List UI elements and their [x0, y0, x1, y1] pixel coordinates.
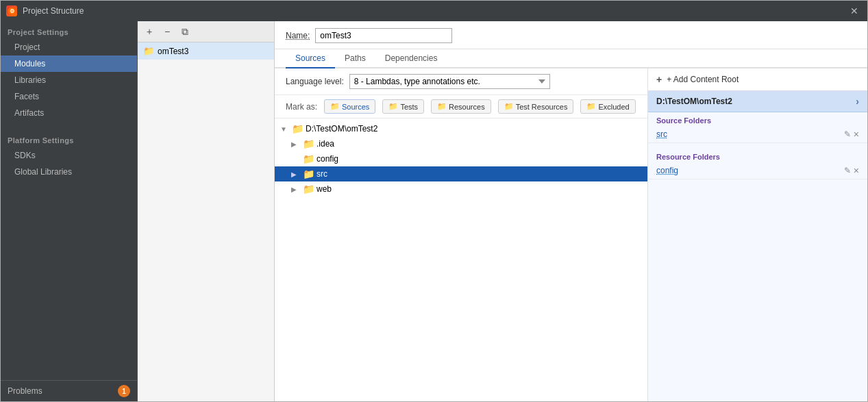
window-title: Project Structure — [23, 6, 847, 16]
center-toolbar: + − ⧉ — [138, 21, 274, 42]
mark-test-resources-button[interactable]: 📁 Test Resources — [498, 99, 574, 114]
tab-paths[interactable]: Paths — [335, 49, 375, 68]
sidebar: Project Settings Project Modules Librari… — [1, 21, 138, 401]
info-panel: + + Add Content Root D:\TestOM\omTest2 ›… — [648, 68, 867, 401]
mark-resources-button[interactable]: 📁 Resources — [431, 99, 491, 114]
resources-folder-icon: 📁 — [437, 102, 447, 111]
src-folder-icon: 📁 — [303, 168, 314, 179]
mark-tests-button[interactable]: 📁 Tests — [382, 99, 424, 114]
source-folder-delete-icon[interactable]: × — [854, 129, 859, 140]
svg-text:⚙: ⚙ — [10, 8, 14, 14]
copy-module-button[interactable]: ⧉ — [177, 24, 193, 39]
sidebar-item-sdks[interactable]: SDKs — [1, 147, 137, 164]
web-folder-icon: 📁 — [303, 184, 314, 194]
content-panel: Name: Sources Paths Dependencies — [275, 21, 867, 401]
app-icon: ⚙ — [6, 5, 17, 16]
project-structure-window: ⚙ Project Structure ✕ Project Settings P… — [0, 0, 868, 402]
remove-module-button[interactable]: − — [160, 24, 175, 39]
module-folder-icon: 📁 — [143, 46, 154, 56]
add-module-button[interactable]: + — [142, 24, 157, 39]
tab-sources[interactable]: Sources — [286, 49, 335, 68]
idea-folder-icon: 📁 — [303, 138, 314, 149]
tree-root-node[interactable]: ▼ 📁 D:\TestOM\omTest2 — [275, 121, 647, 136]
tab-content-sources: Language level: 3 - JDK 1.34 - JDK 1.45 … — [275, 68, 867, 401]
problems-badge: 1 — [118, 385, 130, 397]
mark-sources-button[interactable]: 📁 Sources — [324, 99, 375, 114]
name-input[interactable] — [315, 28, 452, 43]
add-content-root-label: + Add Content Root — [667, 75, 739, 84]
config-folder-icon: 📁 — [303, 153, 314, 164]
resource-folder-config-name: config — [656, 166, 841, 175]
mark-as-row: Mark as: 📁 Sources 📁 Tests 📁 Resources — [275, 95, 647, 118]
sidebar-item-global-libraries[interactable]: Global Libraries — [1, 164, 137, 180]
tree-node-idea[interactable]: ▶ 📁 .idea — [275, 136, 647, 151]
problems-label: Problems — [8, 386, 42, 396]
mark-excluded-button[interactable]: 📁 Excluded — [580, 99, 635, 114]
src-label: src — [317, 169, 327, 179]
close-button[interactable]: ✕ — [847, 3, 862, 18]
root-folder-icon: 📁 — [292, 123, 303, 134]
sidebar-item-libraries[interactable]: Libraries — [1, 72, 137, 88]
config-label: config — [317, 154, 338, 164]
source-folders-section-title: Source Folders — [648, 112, 867, 126]
sidebar-item-facets[interactable]: Facets — [1, 88, 137, 105]
module-item-omtest3[interactable]: 📁 omTest3 — [138, 42, 274, 60]
project-settings-header: Project Settings — [1, 21, 137, 39]
resource-folder-delete-icon[interactable]: × — [854, 165, 859, 176]
platform-settings-header: Platform Settings — [1, 129, 137, 147]
content-root-item[interactable]: D:\TestOM\omTest2 › — [648, 91, 867, 112]
tree-node-web[interactable]: ▶ 📁 web — [275, 181, 647, 197]
language-level-select[interactable]: 3 - JDK 1.34 - JDK 1.45 - JDK 56 - JDK 6… — [349, 74, 550, 89]
content-root-path: D:\TestOM\omTest2 — [656, 97, 732, 106]
content-root-arrow-icon: › — [856, 96, 859, 107]
module-list-panel: + − ⧉ 📁 omTest3 — [138, 21, 275, 401]
title-bar: ⚙ Project Structure ✕ — [1, 1, 867, 21]
folder-tree: ▼ 📁 D:\TestOM\omTest2 ▶ 📁 .idea ▶ — [275, 118, 647, 401]
language-level-row: Language level: 3 - JDK 1.34 - JDK 1.45 … — [275, 68, 647, 95]
plus-icon: + — [656, 74, 662, 85]
web-arrow-icon: ▶ — [291, 186, 301, 193]
add-content-root-button[interactable]: + + Add Content Root — [648, 68, 867, 91]
idea-arrow-icon: ▶ — [291, 140, 301, 148]
sidebar-item-project[interactable]: Project — [1, 39, 137, 55]
source-folder-src-name: src — [656, 129, 841, 139]
idea-label: .idea — [317, 139, 334, 149]
src-arrow-icon: ▶ — [291, 171, 301, 178]
test-resources-folder-icon: 📁 — [504, 102, 514, 111]
sidebar-item-modules[interactable]: Modules — [1, 55, 137, 72]
sources-folder-icon: 📁 — [330, 102, 340, 111]
sidebar-item-artifacts[interactable]: Artifacts — [1, 105, 137, 121]
name-label: Name: — [286, 31, 310, 40]
resource-folder-config: config ✎ × — [648, 162, 867, 179]
problems-item[interactable]: Problems 1 — [1, 380, 137, 401]
tree-node-src[interactable]: ▶ 📁 src — [275, 166, 647, 181]
resource-folder-edit-icon[interactable]: ✎ — [844, 166, 851, 175]
source-folder-edit-icon[interactable]: ✎ — [844, 129, 851, 139]
tab-dependencies[interactable]: Dependencies — [375, 49, 447, 68]
module-name: omTest3 — [158, 47, 188, 56]
tests-folder-icon: 📁 — [388, 102, 398, 111]
name-row: Name: — [275, 21, 867, 49]
tabs-row: Sources Paths Dependencies — [275, 49, 867, 68]
mark-as-label: Mark as: — [286, 102, 317, 112]
excluded-folder-icon: 📁 — [586, 102, 596, 111]
root-arrow-icon: ▼ — [280, 125, 290, 133]
language-level-label: Language level: — [286, 77, 344, 86]
web-label: web — [317, 184, 332, 194]
tree-section: Language level: 3 - JDK 1.34 - JDK 1.45 … — [275, 68, 648, 401]
resource-folders-section-title: Resource Folders — [648, 149, 867, 162]
root-label: D:\TestOM\omTest2 — [306, 124, 377, 134]
tree-node-config[interactable]: ▶ 📁 config — [275, 151, 647, 166]
source-folder-src: src ✎ × — [648, 126, 867, 143]
